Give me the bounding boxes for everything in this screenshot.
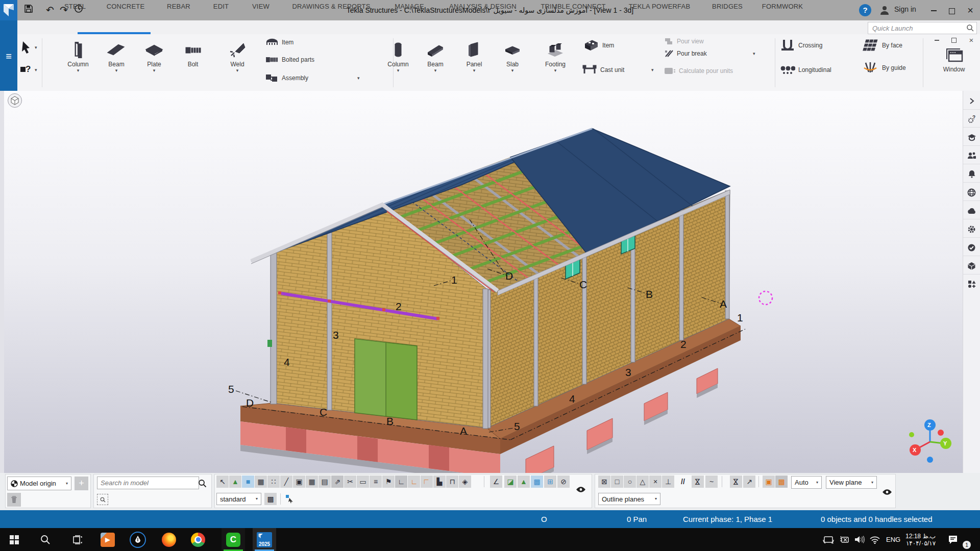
snap-points-button[interactable]: ▲ (229, 475, 241, 488)
select-points-button[interactable]: ○ (624, 475, 636, 488)
snap-line-button[interactable]: ╱ (280, 475, 292, 488)
steel-beam-button[interactable]: Beam▾ (101, 37, 132, 90)
select-perpendicular-button[interactable]: ⊥ (662, 475, 674, 488)
tab-steel[interactable]: STEEL (53, 0, 97, 13)
concrete-beam-button[interactable]: Beam▾ (420, 37, 451, 90)
select-objects-button[interactable]: ▩ (775, 475, 788, 488)
task-view-button[interactable] (66, 528, 89, 551)
snap-visibility-eye-icon[interactable] (576, 486, 586, 495)
snap-grid2-button[interactable]: ▦ (306, 475, 318, 488)
snap-lines-button[interactable]: ≡ (370, 475, 382, 488)
grid-toggle-button[interactable]: ▩ (264, 493, 277, 505)
snap-override-button[interactable] (285, 494, 296, 504)
pen-app-icon[interactable] (126, 528, 150, 551)
snap-return-button[interactable]: ⊓ (446, 475, 458, 488)
concrete-column-button[interactable]: Column▾ (383, 37, 413, 90)
select-parts-button[interactable]: □ (611, 475, 623, 488)
tab-analysis-design[interactable]: ANALYSIS & DESIGN (440, 0, 526, 13)
tab-manage[interactable]: MANAGE (384, 0, 435, 13)
status-check-icon[interactable] (963, 238, 980, 257)
snap-grid-button[interactable]: ■ (242, 475, 254, 488)
notification-center-icon[interactable] (947, 528, 959, 551)
minimize-button[interactable] (925, 0, 942, 20)
language-indicator[interactable]: ENG (886, 528, 900, 551)
snap-free-button[interactable]: ∟ (408, 475, 420, 488)
snap-rect-button[interactable]: ▭ (357, 475, 369, 488)
power-plug-icon[interactable] (839, 528, 851, 551)
expand-pane-icon[interactable] (963, 92, 980, 110)
cloud-icon[interactable] (963, 202, 980, 220)
snap-dots-button[interactable]: ∷ (267, 475, 280, 488)
tab-formwork[interactable]: FORMWORK (754, 0, 811, 13)
select-surfaces-button[interactable]: △ (636, 475, 649, 488)
tab-trimble-connect[interactable]: TRIMBLE CONNECT (531, 0, 616, 13)
sign-in-button[interactable]: Sign in (894, 5, 916, 13)
search-model-icon[interactable] (198, 479, 207, 488)
firefox-app-icon[interactable] (157, 528, 181, 551)
door[interactable] (355, 339, 417, 420)
selection-eye-icon[interactable] (882, 488, 892, 497)
wifi-icon[interactable] (869, 528, 880, 551)
snap-select-button[interactable]: ↖ (216, 475, 229, 488)
snap-solid-button[interactable]: ▣ (293, 475, 305, 488)
notifications-icon[interactable] (963, 165, 980, 183)
user-icon[interactable] (879, 5, 890, 18)
save-button[interactable] (22, 4, 35, 16)
support-icon[interactable]: ? (963, 110, 980, 129)
xsnap-on-button[interactable]: ▩ (531, 475, 543, 488)
chrome-app-icon[interactable] (186, 528, 210, 551)
search-icon[interactable] (966, 24, 974, 32)
select-polyline-button[interactable]: ~ (705, 475, 718, 488)
longitudinal-button[interactable]: Longitudinal (780, 64, 831, 76)
pour-break-dropdown-icon[interactable]: ▾ (753, 51, 755, 56)
tab-tekla-powerfab[interactable]: TEKLA POWERFAB (621, 0, 698, 13)
start-button[interactable] (3, 528, 26, 551)
cast-unit-button[interactable]: Cast unit (582, 64, 624, 76)
snap-fence-button[interactable]: ▦ (255, 475, 267, 488)
select-tool-button[interactable] (20, 41, 33, 56)
tab-view[interactable]: VIEW (241, 0, 281, 13)
snap-grid3-button[interactable]: ▤ (318, 475, 331, 488)
volume-icon[interactable] (854, 528, 865, 551)
app-menu-strip[interactable]: ≡ (0, 20, 17, 91)
mdi-restore-button[interactable] (947, 36, 961, 45)
outline-planes-dropdown[interactable]: Outline planes▾ (598, 493, 660, 505)
concrete-slab-button[interactable]: Slab▾ (497, 37, 528, 90)
phase-indicator[interactable]: Current phase: 1, Phase 1 (683, 510, 772, 528)
snap-nearest-button[interactable]: ⇗ (331, 475, 344, 488)
snap-angle-button[interactable]: ∠ (490, 475, 502, 488)
model-origin-dropdown[interactable]: Model origin▾ (7, 477, 71, 490)
assembly-button[interactable]: Assembly (265, 72, 308, 84)
taskbar-search-button[interactable] (34, 528, 57, 551)
auto-dropdown[interactable]: Auto▾ (791, 476, 822, 489)
search-model-input[interactable] (97, 477, 199, 489)
by-face-button[interactable]: By face (862, 40, 902, 51)
snap-flag-button[interactable]: ⚑ (382, 475, 395, 488)
steel-weld-button[interactable]: Weld▾ (222, 37, 253, 90)
cast-screen-icon[interactable] (823, 528, 834, 551)
mdi-minimize-button[interactable] (930, 36, 943, 45)
select-parallel-button[interactable]: // (677, 475, 689, 488)
tab-rebar[interactable]: REBAR (156, 0, 202, 13)
tab-bridges[interactable]: BRIDGES (705, 0, 749, 13)
snap-any-button[interactable]: ∟ (421, 475, 433, 488)
warehouse-online-icon[interactable] (963, 183, 980, 202)
view-cube-icon[interactable] (8, 93, 22, 108)
select-rebar-button[interactable]: ⋈ (692, 475, 704, 488)
quick-launch-input[interactable] (871, 23, 965, 33)
tab-concrete[interactable]: CONCRETE (100, 0, 151, 13)
mdi-close-button[interactable]: × (965, 36, 978, 45)
menu-icon[interactable]: ≡ (0, 48, 17, 64)
drag-drop-button[interactable]: ◪ (504, 475, 517, 488)
select-all-button[interactable]: ⊠ (598, 475, 610, 488)
camtasia-app-icon[interactable]: C (222, 528, 245, 551)
add-workplane-button[interactable]: + (75, 477, 88, 490)
steel-column-button[interactable]: Column▾ (63, 37, 93, 90)
tekla-app-icon[interactable]: 2025 (253, 528, 276, 551)
select-welds-button[interactable]: × (649, 475, 662, 488)
settings-icon[interactable] (963, 220, 980, 238)
inquire-dropdown-icon[interactable]: ▾ (35, 67, 37, 72)
view-plane-dropdown[interactable]: View plane▾ (826, 476, 877, 489)
inquire-tool-button[interactable]: ? (20, 64, 31, 74)
xsnap-off-button[interactable]: ⊞ (544, 475, 556, 488)
